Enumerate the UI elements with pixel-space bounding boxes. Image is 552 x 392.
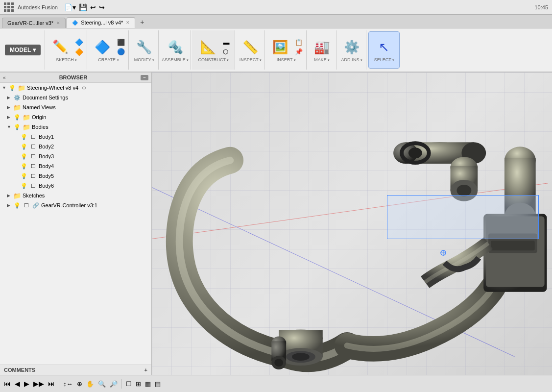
modify-button[interactable]: 🔧 (132, 38, 156, 56)
view-move-tool[interactable]: ↕↔ (63, 380, 73, 388)
browser-header: « BROWSER − (0, 73, 151, 83)
addins-button[interactable]: ⚙️ (339, 38, 364, 56)
bodies-folder-icon: 📁 (23, 123, 30, 131)
insert-icon: 🖼️ (272, 40, 288, 55)
tab-gearvr[interactable]: GearVR-C...ller v3* ✕ (2, 18, 66, 28)
tab-steering-close[interactable]: ✕ (126, 20, 130, 25)
create-button[interactable]: 🔷 (90, 38, 115, 56)
construct-button[interactable]: 📐 (196, 38, 220, 56)
playback-end[interactable]: ⏭ (48, 380, 55, 388)
browser-collapse[interactable]: « (3, 75, 6, 80)
bodies-arrow: ▼ (7, 124, 12, 129)
selection-handle (439, 249, 447, 257)
comments-add-button[interactable]: + (144, 367, 147, 373)
origin-arrow: ▶ (7, 115, 12, 120)
clock: 10:45 (534, 4, 548, 10)
view-orbit-tool[interactable]: ⊕ (77, 380, 82, 388)
body4-vis-icon: 💡 (20, 162, 28, 170)
root-label: Steering-Wheel v8 v4 (27, 85, 78, 91)
make-section: 🏭 MAKE ▾ (308, 30, 336, 70)
gearvr-vis-icon: 💡 (13, 201, 21, 209)
body3-box-icon: ☐ (29, 152, 37, 160)
tree-sketches[interactable]: ▶ 📁 Sketches (0, 191, 151, 200)
tab-add-button[interactable]: + (136, 16, 148, 28)
doc-settings-label: Document Settings (23, 95, 68, 100)
insert-top: 🖼️ 📋 📌 (268, 38, 304, 56)
select-button[interactable]: ↖ (372, 38, 396, 56)
playback-start[interactable]: ⏮ (4, 380, 11, 388)
construct-sub2[interactable]: ⬡ (221, 48, 231, 56)
insert-button[interactable]: 🖼️ (268, 38, 292, 56)
create-sub1-icon: ⬛ (117, 39, 125, 46)
tab-steering-icon: 🔷 (72, 20, 78, 25)
tree-bodies[interactable]: ▼ 💡 📁 Bodies (0, 122, 151, 132)
statusbar: ⏮ ◀ ▶ ▶▶ ⏭ ↕↔ ⊕ ✋ 🔍 🔎 ☐ ⊞ ▦ ▤ (0, 375, 552, 392)
tab-steering[interactable]: 🔷 Steering...l v8 v4* ✕ (67, 17, 135, 28)
tree-origin[interactable]: ▶ 💡 📁 Origin (0, 112, 151, 122)
sidebar: « BROWSER − ▼ 💡 📁 Steering-Wheel v8 v4 ⚙… (0, 73, 152, 375)
create-top: 🔷 ⬛ 🔵 (90, 38, 126, 56)
body2-box-icon: ☐ (29, 143, 37, 150)
display-mode-2[interactable]: ⊞ (136, 380, 141, 388)
tree-body5[interactable]: 💡 ☐ Body5 (0, 171, 151, 181)
insert-sub1[interactable]: 📋 (293, 38, 304, 47)
sketches-arrow: ▶ (7, 193, 12, 198)
select-icon: ↖ (379, 40, 389, 55)
tree-body3[interactable]: 💡 ☐ Body3 (0, 151, 151, 161)
tree-named-views[interactable]: ▶ 📁 Named Views (0, 102, 151, 112)
file-icon[interactable]: 📄▾ (64, 3, 76, 11)
bodies-label: Bodies (32, 124, 48, 130)
tree-body2[interactable]: 💡 ☐ Body2 (0, 142, 151, 151)
view-zoom-tool[interactable]: 🔍 (98, 380, 106, 388)
viewport[interactable] (152, 73, 552, 375)
tree-gearvr[interactable]: ▶ 💡 ☐ 🔗 GearVR-Controller v3:1 (0, 200, 151, 210)
tree-doc-settings[interactable]: ▶ ⚙️ Document Settings (0, 93, 151, 102)
inspect-button[interactable]: 📏 (238, 38, 263, 56)
comments-label: COMMENTS (4, 367, 35, 373)
svg-point-5 (408, 147, 422, 158)
save-icon[interactable]: 💾 (79, 3, 87, 11)
playback-play[interactable]: ▶ (24, 380, 29, 388)
sketch-button[interactable]: ✏️ (48, 38, 72, 56)
model-button[interactable]: MODEL ▾ (5, 45, 41, 55)
comments-panel: COMMENTS + (0, 365, 151, 375)
doc-settings-icon: ⚙️ (13, 94, 21, 101)
undo-icon[interactable]: ↩ (90, 3, 96, 11)
assemble-button[interactable]: 🔩 (163, 38, 188, 56)
sketch-sub1[interactable]: 🔷 (73, 38, 85, 47)
display-mode-3[interactable]: ▦ (145, 380, 151, 388)
make-button[interactable]: 🏭 (310, 38, 334, 56)
inspect-section: 📏 INSPECT ▾ (236, 30, 265, 70)
bodies-vis-icon: 💡 (13, 123, 21, 131)
view-fit-tool[interactable]: 🔎 (110, 380, 118, 388)
sketches-folder-icon: 📁 (13, 192, 21, 199)
3d-model-view (152, 73, 552, 375)
tree-root[interactable]: ▼ 💡 📁 Steering-Wheel v8 v4 ⚙ (0, 83, 151, 93)
playback-prev[interactable]: ◀ (15, 380, 20, 388)
sketch-label: SKETCH ▾ (56, 57, 77, 62)
create-icon: 🔷 (95, 40, 110, 55)
apps-icon[interactable] (4, 2, 14, 12)
playback-next[interactable]: ▶▶ (33, 380, 44, 388)
insert-sub2[interactable]: 📌 (293, 48, 304, 56)
create-sub2[interactable]: 🔵 (116, 48, 126, 56)
display-mode-1[interactable]: ☐ (126, 380, 132, 388)
sketch-sub2[interactable]: 🔶 (73, 48, 85, 56)
gearvr-label: GearVR-Controller v3:1 (41, 202, 97, 208)
tree-body4[interactable]: 💡 ☐ Body4 (0, 161, 151, 171)
construct-sub1[interactable]: ▬ (221, 38, 231, 47)
redo-icon[interactable]: ↪ (99, 3, 105, 11)
model-label: MODEL (10, 47, 31, 53)
tab-steering-label: Steering...l v8 v4* (81, 20, 123, 25)
display-mode-4[interactable]: ▤ (155, 380, 161, 388)
tree-body1[interactable]: 💡 ☐ Body1 (0, 132, 151, 142)
body5-vis-icon: 💡 (20, 172, 28, 180)
view-pan-tool[interactable]: ✋ (86, 380, 94, 388)
insert-label: INSERT ▾ (277, 57, 296, 62)
tree-body6[interactable]: 💡 ☐ Body6 (0, 181, 151, 191)
titlebar: Autodesk Fusion 📄▾ 💾 ↩ ↪ 10:45 (0, 0, 552, 15)
browser-minimize[interactable]: − (141, 75, 148, 80)
addins-icon: ⚙️ (344, 40, 360, 55)
create-sub1[interactable]: ⬛ (116, 38, 126, 47)
addins-section: ⚙️ ADD-INS ▾ (337, 30, 366, 70)
